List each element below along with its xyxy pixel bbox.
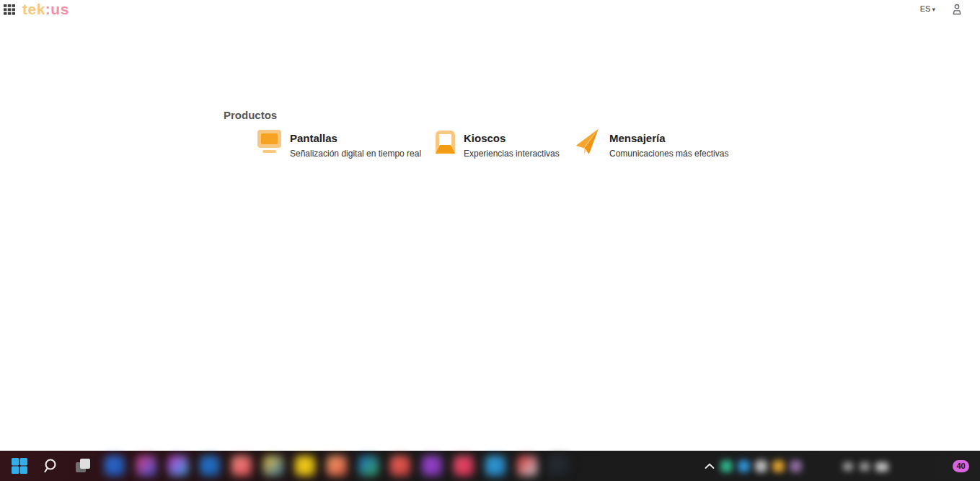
product-name: Kioscos (464, 130, 560, 144)
notification-badge[interactable]: 40 (953, 460, 969, 472)
taskbar-app-2[interactable] (136, 456, 156, 476)
network-icon[interactable] (843, 462, 853, 471)
kiosk-icon (436, 131, 455, 154)
product-name: Mensajería (609, 130, 728, 144)
taskbar-app-7[interactable] (295, 456, 315, 476)
product-item-pantallas[interactable]: Pantallas Señalización digital en tiempo… (257, 130, 421, 159)
tekus-logo[interactable]: tek:us (22, 1, 69, 18)
tray-icon-4[interactable] (772, 460, 785, 472)
page-header: tek:us ES▾ (0, 0, 980, 20)
screen-icon (257, 130, 281, 153)
volume-icon[interactable] (860, 462, 870, 471)
paper-plane-icon (573, 128, 602, 156)
product-item-kioscos[interactable]: Kioscos Experiencias interactivas (436, 130, 560, 159)
taskbar-app-12[interactable] (454, 456, 474, 476)
taskbar-app-14[interactable] (517, 456, 537, 476)
taskbar-app-15[interactable] (549, 456, 569, 476)
task-view-icon[interactable] (73, 456, 93, 476)
taskbar-app-4[interactable] (200, 456, 220, 476)
product-item-mensajeria[interactable]: Mensajería Comunicaciones más efectivas (575, 130, 728, 159)
language-selector[interactable]: ES▾ (920, 4, 935, 13)
taskbar-app-6[interactable] (263, 456, 283, 476)
taskbar-app-1[interactable] (105, 456, 125, 476)
taskbar-app-9[interactable] (358, 456, 379, 476)
product-description: Comunicaciones más efectivas (609, 149, 728, 159)
battery-icon[interactable] (875, 462, 888, 472)
taskbar-app-3[interactable] (168, 456, 188, 476)
taskbar-app-5[interactable] (231, 456, 252, 476)
products-section-title: Productos (224, 109, 277, 121)
taskbar-app-8[interactable] (327, 456, 347, 476)
taskbar (0, 451, 980, 481)
tray-icon-5[interactable] (790, 460, 802, 472)
product-description: Experiencias interactivas (464, 149, 560, 159)
taskbar-app-11[interactable] (422, 456, 442, 476)
product-description: Señalización digital en tiempo real (290, 149, 421, 159)
start-button[interactable] (9, 456, 30, 476)
taskbar-app-13[interactable] (485, 456, 506, 476)
taskbar-app-10[interactable] (390, 456, 410, 476)
chevron-down-icon: ▾ (932, 6, 935, 13)
apps-grid-icon[interactable] (4, 4, 15, 15)
search-icon[interactable] (41, 456, 61, 476)
tray-icon-3[interactable] (755, 460, 767, 472)
tray-chevron-up-icon[interactable] (701, 456, 718, 476)
product-name: Pantallas (290, 130, 421, 144)
tray-icon-2[interactable] (738, 460, 750, 472)
user-icon[interactable] (952, 4, 962, 15)
tray-icon-1[interactable] (720, 460, 733, 472)
